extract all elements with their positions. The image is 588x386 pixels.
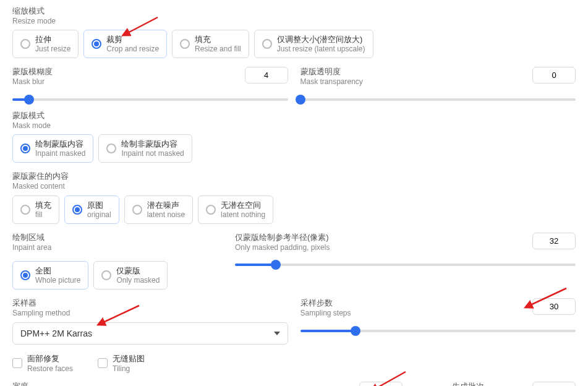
masked-content-fill[interactable]: 填充fill <box>12 195 59 224</box>
sampling-steps-slider[interactable] <box>300 328 576 333</box>
sampling-method-label: 采样器Sampling method <box>12 298 288 318</box>
mask-blur-slider[interactable] <box>12 97 288 102</box>
mask-mode-label: 蒙版模式Mask mode <box>12 111 576 131</box>
masked-content-label: 蒙版蒙住的内容Masked content <box>12 171 576 191</box>
resize-mode-label: 缩放模式 Resize mode <box>12 6 576 26</box>
inpaint-area-label: 绘制区域Inpaint area <box>12 233 223 252</box>
batch-count-label: 生成批次Batch count <box>452 382 491 386</box>
resize-mode-resize-and-fill[interactable]: 填充Resize and fill <box>172 30 249 58</box>
sampling-steps-label: 采样步数Sampling steps <box>300 298 351 318</box>
resize-mode-latent-upscale[interactable]: 仅调整大小(潜空间放大)Just resize (latent upscale) <box>254 30 373 58</box>
mask-blur-input[interactable] <box>245 67 288 84</box>
mask-transparency-label: 蒙版透明度Mask transparency <box>300 67 363 87</box>
only-masked-padding-label: 仅蒙版绘制参考半径(像素)Only masked padding, pixels <box>235 233 330 252</box>
masked-content-latent-noise[interactable]: 潜在噪声latent noise <box>124 195 193 224</box>
only-masked-padding-input[interactable] <box>532 233 576 249</box>
inpaint-area-whole-picture[interactable]: 全图Whole picture <box>12 261 88 290</box>
masked-content-latent-nothing[interactable]: 无潜在空间latent nothing <box>198 195 273 224</box>
chevron-down-icon <box>274 332 280 335</box>
mask-transparency-slider[interactable] <box>300 97 576 102</box>
tiling-checkbox[interactable]: 无缝贴图Tiling <box>98 353 145 373</box>
mask-mode-inpaint-not-masked[interactable]: 绘制非蒙版内容Inpaint not masked <box>98 134 192 163</box>
sampling-method-value: DPM++ 2M Karras <box>20 328 92 338</box>
sampling-steps-input[interactable] <box>532 298 576 315</box>
inpaint-area-only-masked[interactable]: 仅蒙版Only masked <box>93 261 168 290</box>
sampling-method-select[interactable]: DPM++ 2M Karras <box>12 322 288 345</box>
batch-count-input[interactable] <box>532 382 576 386</box>
restore-faces-checkbox[interactable]: 面部修复Restore faces <box>12 353 73 373</box>
masked-content-original[interactable]: 原图original <box>64 195 119 224</box>
only-masked-padding-slider[interactable] <box>235 262 576 267</box>
mask-mode-inpaint-masked[interactable]: 绘制蒙版内容Inpaint masked <box>12 134 93 163</box>
mask-blur-label: 蒙版模糊度Mask blur <box>12 67 53 87</box>
resize-mode-options: 拉伸Just resize 裁剪Crop and resize 填充Resize… <box>12 30 576 58</box>
mask-transparency-input[interactable] <box>532 67 576 84</box>
resize-mode-crop-and-resize[interactable]: 裁剪Crop and resize <box>83 30 167 58</box>
width-input[interactable] <box>359 382 403 386</box>
width-label: 宽度Width <box>12 382 32 386</box>
resize-mode-just-resize[interactable]: 拉伸Just resize <box>12 30 79 58</box>
